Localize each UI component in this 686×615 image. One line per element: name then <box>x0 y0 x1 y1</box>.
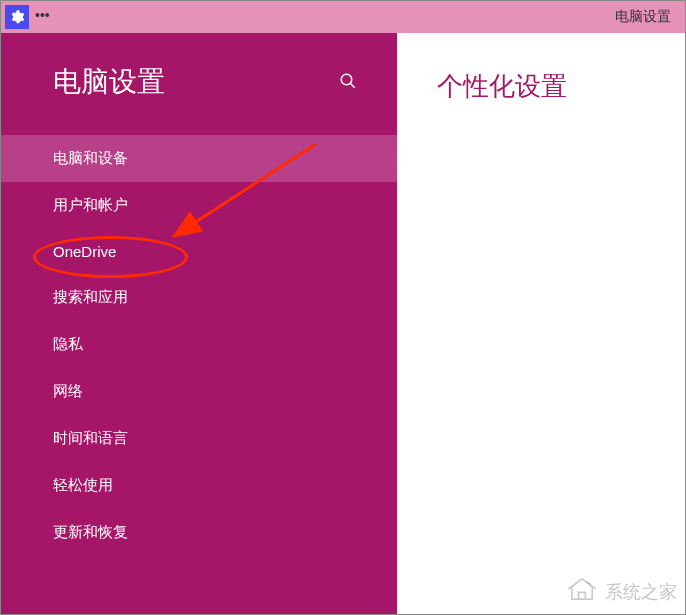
sidebar: 电脑设置 电脑和设备 用户和帐户 OneDrive 搜索和应用 隐 <box>1 33 397 614</box>
search-icon <box>339 72 357 90</box>
sidebar-item-ease-access[interactable]: 轻松使用 <box>1 462 397 509</box>
gear-icon <box>9 9 25 25</box>
sidebar-item-label: 更新和恢复 <box>53 523 128 540</box>
sidebar-title: 电脑设置 <box>53 63 165 101</box>
sidebar-item-label: 电脑和设备 <box>53 149 128 166</box>
sidebar-list: 电脑和设备 用户和帐户 OneDrive 搜索和应用 隐私 网络 时间和语言 轻… <box>1 135 397 556</box>
svg-point-0 <box>341 74 352 85</box>
sidebar-item-label: 网络 <box>53 382 83 399</box>
content-area: 电脑设置 电脑和设备 用户和帐户 OneDrive 搜索和应用 隐 <box>1 33 685 614</box>
sidebar-item-network[interactable]: 网络 <box>1 368 397 415</box>
search-button[interactable] <box>339 72 359 92</box>
sidebar-item-privacy[interactable]: 隐私 <box>1 321 397 368</box>
sidebar-item-pc-devices[interactable]: 电脑和设备 <box>1 135 397 182</box>
sidebar-item-time-language[interactable]: 时间和语言 <box>1 415 397 462</box>
titlebar: ••• 电脑设置 <box>1 1 685 33</box>
sidebar-item-label: 用户和帐户 <box>53 196 128 213</box>
sidebar-item-label: 时间和语言 <box>53 429 128 446</box>
sidebar-header: 电脑设置 <box>1 33 397 125</box>
main-title: 个性化设置 <box>437 69 645 104</box>
sidebar-item-search-apps[interactable]: 搜索和应用 <box>1 274 397 321</box>
sidebar-item-label: 隐私 <box>53 335 83 352</box>
svg-line-1 <box>350 83 355 88</box>
titlebar-menu-dots[interactable]: ••• <box>35 8 50 22</box>
window-title: 电脑设置 <box>615 8 671 26</box>
settings-app-icon[interactable] <box>5 5 29 29</box>
sidebar-item-label: 搜索和应用 <box>53 288 128 305</box>
sidebar-item-users-accounts[interactable]: 用户和帐户 <box>1 182 397 229</box>
sidebar-item-onedrive[interactable]: OneDrive <box>1 229 397 274</box>
sidebar-item-update-recovery[interactable]: 更新和恢复 <box>1 509 397 556</box>
sidebar-item-label: OneDrive <box>53 243 116 260</box>
main-panel: 个性化设置 <box>397 33 685 614</box>
sidebar-item-label: 轻松使用 <box>53 476 113 493</box>
